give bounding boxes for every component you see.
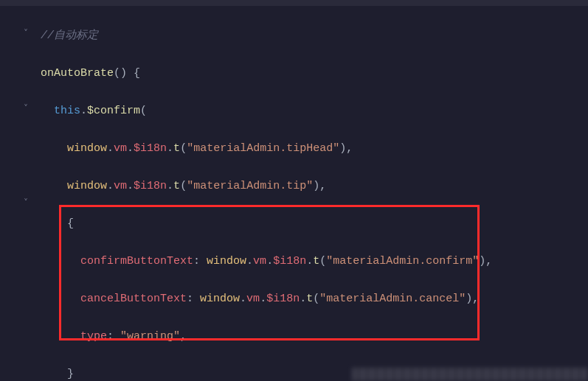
gutter: ˅ ˅ ˅ xyxy=(0,6,34,381)
code-area[interactable]: //自动标定 onAutoBrate() { this.$confirm( wi… xyxy=(34,6,588,381)
fold-toggle-icon[interactable]: ˅ xyxy=(24,196,28,211)
fold-toggle-icon[interactable]: ˅ xyxy=(24,102,28,116)
redacted-region xyxy=(352,368,588,381)
editor-top-strip: getSetbrate 第 2 项，共 2 项 xyxy=(0,0,588,6)
code-comment: //自动标定 xyxy=(41,29,98,42)
search-count-text: 第 2 项，共 2 项 xyxy=(503,0,573,2)
search-match-text: getSetbrate xyxy=(15,0,69,2)
fn-name: onAutoBrate xyxy=(41,67,114,80)
fold-toggle-icon[interactable]: ˅ xyxy=(24,27,28,41)
